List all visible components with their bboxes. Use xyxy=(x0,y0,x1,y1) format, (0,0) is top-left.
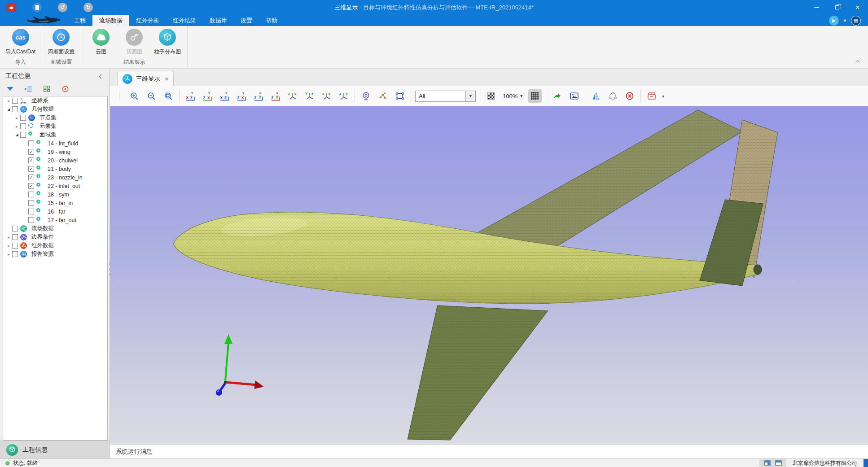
ribbon-button[interactable]: cas 导入Cas/Dat xyxy=(5,29,35,57)
view-back-icon[interactable]: Y z x xyxy=(201,89,214,103)
checkbox[interactable]: ✓ xyxy=(28,175,34,180)
view-front-icon[interactable]: Y x z xyxy=(184,89,197,103)
toolbar-drag-handle[interactable] xyxy=(117,92,119,100)
tree-item[interactable]: 15 - far_in xyxy=(3,199,107,207)
menu-item[interactable]: 红外分析 xyxy=(129,15,166,26)
menu-item[interactable]: 红外结果 xyxy=(166,15,203,26)
chevron-down-icon[interactable]: ▾ xyxy=(662,94,664,99)
minimize-button[interactable] xyxy=(806,0,827,15)
chevron-down-icon[interactable]: ▼ xyxy=(843,18,847,23)
view-iso-4-icon[interactable]: z Y xyxy=(337,89,351,103)
view-bottom-icon[interactable]: x z Y xyxy=(269,89,282,103)
checkbox[interactable] xyxy=(12,234,18,240)
view-iso-3-icon[interactable]: z x xyxy=(320,89,333,103)
checkbox[interactable]: ✓ xyxy=(28,183,34,189)
tree-item[interactable]: ▸ Yzx 坐标系 xyxy=(3,96,107,105)
cancel-icon[interactable] xyxy=(623,89,636,103)
checkbox[interactable]: ✓ xyxy=(28,149,34,155)
ribbon-button[interactable]: 粒子分布图 xyxy=(153,29,182,57)
checkbox[interactable] xyxy=(28,192,34,197)
nodes-gold-icon[interactable] xyxy=(376,89,390,103)
tab-close-icon[interactable]: × xyxy=(165,75,168,83)
tree-item[interactable]: 流场数据 xyxy=(3,224,107,233)
redo-icon[interactable]: ↻ xyxy=(83,3,93,12)
checkbox[interactable] xyxy=(28,140,34,146)
thumbnail-icon[interactable] xyxy=(42,84,51,93)
expander-icon[interactable]: ▸ xyxy=(6,252,12,257)
checkbox[interactable] xyxy=(28,209,34,214)
zoom-fit-icon[interactable] xyxy=(162,89,175,103)
ribbon-button[interactable]: 云图 xyxy=(87,29,115,57)
app-icon[interactable]: ◆ xyxy=(7,3,16,12)
ribbon-collapse-button[interactable] xyxy=(855,58,862,65)
splitter-handle[interactable] xyxy=(108,262,111,277)
tree-item[interactable]: ✓ 21 - body xyxy=(3,165,107,173)
expander-icon[interactable]: ◢ xyxy=(6,107,12,111)
filter-icon[interactable] xyxy=(5,84,14,93)
tree-item[interactable]: 18 - sym xyxy=(3,190,107,199)
checkbox[interactable] xyxy=(20,123,26,129)
export-view-icon[interactable] xyxy=(550,89,564,103)
display-filter-combo[interactable]: All ▼ xyxy=(415,91,476,102)
ribbon-button[interactable]: 周期面设置 xyxy=(47,29,75,57)
checkbox[interactable] xyxy=(20,115,26,121)
tree-item[interactable]: 17 - far_out xyxy=(3,216,107,224)
tree-item[interactable]: ▸ 边界条件 xyxy=(3,233,107,241)
checkbox[interactable]: ✓ xyxy=(28,166,34,172)
tree-item[interactable]: ✓ 20 - chuiwei xyxy=(3,156,107,165)
expander-icon[interactable]: ◢ xyxy=(14,133,20,137)
manual-icon[interactable]: ▤ xyxy=(851,16,861,26)
checkbox[interactable] xyxy=(12,106,18,112)
expander-icon[interactable]: ▸ xyxy=(14,124,20,129)
tree-item[interactable]: ✓ 22 - inlet_out xyxy=(3,182,107,190)
select-rect-icon[interactable] xyxy=(393,89,407,103)
zoom-level-select[interactable]: 100% ▼ xyxy=(501,93,525,100)
menu-item[interactable]: 数据库 xyxy=(203,15,234,26)
menu-item[interactable]: 工程 xyxy=(67,15,92,26)
mirror-icon[interactable] xyxy=(589,89,602,103)
new-file-icon[interactable] xyxy=(32,3,42,12)
expander-icon[interactable]: ▸ xyxy=(14,116,20,120)
tree-item[interactable]: ✓ 19 - wing xyxy=(3,148,107,156)
tree-item[interactable]: ▸ 元素集 xyxy=(3,122,107,131)
view-iso-2-icon[interactable]: Y z xyxy=(303,89,316,103)
restore-button[interactable] xyxy=(827,0,847,15)
archive-icon[interactable] xyxy=(645,89,658,103)
outline-icon[interactable] xyxy=(24,84,33,93)
panel-layout-2-icon[interactable] xyxy=(775,460,782,466)
view-iso-1-icon[interactable]: z x xyxy=(286,89,299,103)
tree-item[interactable]: ▸ ••• 节点集 xyxy=(3,113,107,122)
view-left-icon[interactable]: Y x z xyxy=(218,89,231,103)
checkbox[interactable]: ✓ xyxy=(28,157,34,163)
chevron-down-icon[interactable]: ▼ xyxy=(465,91,475,101)
undo-icon[interactable]: ↺ xyxy=(58,3,67,12)
checkbox[interactable] xyxy=(12,251,18,257)
zoom-in-icon[interactable] xyxy=(127,89,141,103)
expander-icon[interactable]: ▸ xyxy=(6,99,12,103)
checkbox[interactable] xyxy=(12,226,18,231)
panel-layout-1-icon[interactable] xyxy=(764,460,771,466)
checkbox[interactable] xyxy=(20,132,26,138)
close-button[interactable]: × xyxy=(847,0,868,15)
sidebar-collapse-button[interactable] xyxy=(98,73,104,79)
menu-item[interactable]: 帮助 xyxy=(259,15,284,26)
grid-toggle-icon[interactable] xyxy=(528,89,542,103)
tree-item[interactable]: ◢ △ 几何数据 xyxy=(3,105,107,113)
view-right-icon[interactable]: Y z x xyxy=(235,89,248,103)
expander-icon[interactable]: ▸ xyxy=(6,244,12,248)
viewport-3d[interactable] xyxy=(110,106,868,444)
expander-icon[interactable]: ▸ xyxy=(6,235,12,240)
checkbox[interactable] xyxy=(12,98,18,104)
view-top-icon[interactable]: x z Y xyxy=(252,89,265,103)
probe-icon[interactable] xyxy=(359,89,373,103)
sidebar-footer[interactable]: 工程信息 xyxy=(0,441,110,458)
tree-item[interactable]: ▸ 报告资源 xyxy=(3,250,107,258)
checkbox[interactable] xyxy=(28,217,34,223)
tree-item[interactable]: 16 - far xyxy=(3,207,107,216)
snapshot-icon[interactable] xyxy=(567,89,581,103)
checkbox[interactable] xyxy=(28,200,34,206)
tree-item[interactable]: ◢ 面域集 xyxy=(3,131,107,139)
menu-item[interactable]: 流场数据 xyxy=(92,15,129,26)
tree-item[interactable]: ✓ 23 - nozzle_in xyxy=(3,173,107,182)
tab-3d-view[interactable]: 三维显示 × xyxy=(117,71,174,86)
